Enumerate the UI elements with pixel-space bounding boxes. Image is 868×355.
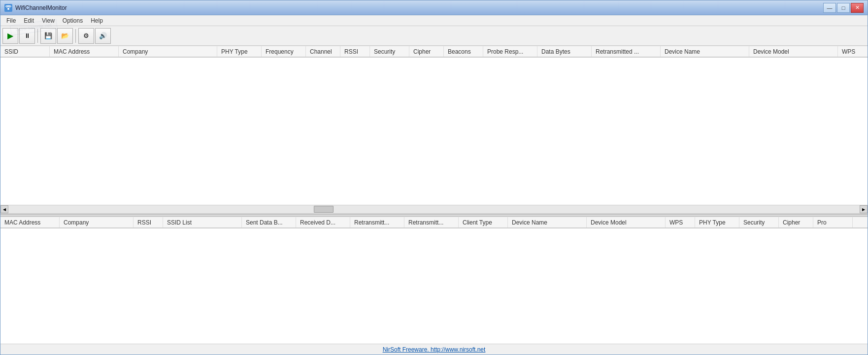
col-device-model[interactable]: Device Model <box>749 46 838 57</box>
col-b-ssid-list[interactable]: SSID List <box>163 217 242 227</box>
svg-point-0 <box>7 8 9 10</box>
app-title: WifiChannelMonitor <box>15 4 67 11</box>
top-panel: SSID MAC Address Company PHY Type Freque… <box>0 46 868 214</box>
options-button[interactable]: ⚙ <box>78 28 94 44</box>
bottom-panel: MAC Address Company RSSI SSID List Sent … <box>0 217 868 355</box>
col-cipher[interactable]: Cipher <box>409 46 444 57</box>
col-freq[interactable]: Frequency <box>262 46 306 57</box>
col-b-retransmit1[interactable]: Retransmitt... <box>350 217 404 227</box>
window-controls: — □ ✕ <box>823 3 864 13</box>
col-beacons[interactable]: Beacons <box>444 46 483 57</box>
col-probe-resp[interactable]: Probe Resp... <box>483 46 537 57</box>
minimize-button[interactable]: — <box>823 3 836 13</box>
top-scrollbar[interactable]: ◀ ▶ <box>0 205 868 213</box>
col-wps[interactable]: WPS <box>838 46 868 57</box>
col-b-device-model[interactable]: Device Model <box>587 217 666 227</box>
bottom-table-body <box>0 228 868 347</box>
toolbar-separator-1 <box>37 29 38 43</box>
about-button[interactable]: 🔊 <box>95 28 111 44</box>
col-rssi[interactable]: RSSI <box>340 46 370 57</box>
open-button[interactable]: 📂 <box>57 28 73 44</box>
col-b-pro[interactable]: Pro <box>813 217 853 227</box>
menu-options[interactable]: Options <box>59 16 87 25</box>
top-table-header: SSID MAC Address Company PHY Type Freque… <box>0 46 868 58</box>
top-scroll-right[interactable]: ▶ <box>860 205 868 213</box>
top-scroll-thumb[interactable] <box>314 206 334 213</box>
col-channel[interactable]: Channel <box>306 46 340 57</box>
menu-help[interactable]: Help <box>87 16 107 25</box>
content-area: SSID MAC Address Company PHY Type Freque… <box>0 46 868 355</box>
app-icon <box>4 4 12 12</box>
menu-bar: File Edit View Options Help <box>0 15 868 26</box>
col-mac[interactable]: MAC Address <box>50 46 119 57</box>
save-button[interactable]: 💾 <box>40 28 56 44</box>
col-b-sent[interactable]: Sent Data B... <box>242 217 296 227</box>
menu-view[interactable]: View <box>38 16 59 25</box>
col-b-wps[interactable]: WPS <box>666 217 695 227</box>
status-bar: NirSoft Freeware. http://www.nirsoft.net <box>0 344 868 355</box>
bottom-table-header: MAC Address Company RSSI SSID List Sent … <box>0 217 868 228</box>
col-b-rssi[interactable]: RSSI <box>134 217 163 227</box>
col-b-client-type[interactable]: Client Type <box>459 217 508 227</box>
main-window: WifiChannelMonitor — □ ✕ File Edit View … <box>0 0 868 355</box>
col-b-received[interactable]: Received D... <box>296 217 350 227</box>
col-security[interactable]: Security <box>370 46 409 57</box>
col-device-name[interactable]: Device Name <box>661 46 749 57</box>
col-b-device-name[interactable]: Device Name <box>508 217 587 227</box>
menu-edit[interactable]: Edit <box>20 16 38 25</box>
col-b-company[interactable]: Company <box>60 217 134 227</box>
pause-button[interactable]: ⏸ <box>19 28 35 44</box>
col-company[interactable]: Company <box>119 46 217 57</box>
col-phy[interactable]: PHY Type <box>217 46 262 57</box>
col-retransmitted[interactable]: Retransmitted ... <box>592 46 661 57</box>
col-ssid[interactable]: SSID <box>0 46 50 57</box>
menu-file[interactable]: File <box>2 16 20 25</box>
col-b-phy[interactable]: PHY Type <box>695 217 739 227</box>
top-table-body <box>0 58 868 205</box>
toolbar: ▶ ⏸ 💾 📂 ⚙ 🔊 www.sample.net <box>0 26 868 46</box>
col-b-mac[interactable]: MAC Address <box>0 217 60 227</box>
close-button[interactable]: ✕ <box>851 3 864 13</box>
col-data-bytes[interactable]: Data Bytes <box>537 46 592 57</box>
play-button[interactable]: ▶ <box>2 28 18 44</box>
col-b-retransmit2[interactable]: Retransmitt... <box>404 217 459 227</box>
status-link[interactable]: NirSoft Freeware. http://www.nirsoft.net <box>383 346 486 353</box>
toolbar-separator-2 <box>75 29 76 43</box>
maximize-button[interactable]: □ <box>837 3 850 13</box>
top-scroll-left[interactable]: ◀ <box>0 205 8 213</box>
col-b-cipher[interactable]: Cipher <box>779 217 813 227</box>
title-bar: WifiChannelMonitor — □ ✕ <box>0 0 868 15</box>
col-b-security[interactable]: Security <box>739 217 779 227</box>
